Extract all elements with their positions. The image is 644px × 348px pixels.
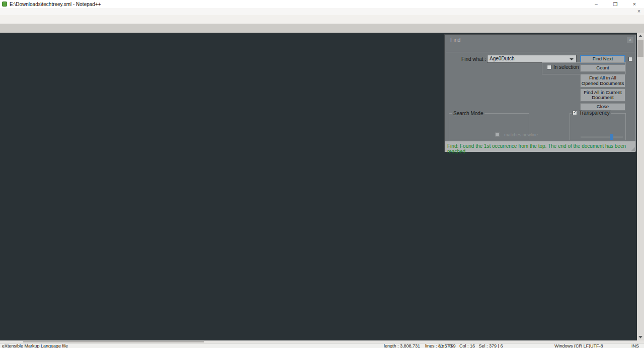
notepad-window: E:\Downloads\techtreey.xml - Notepad++ –… bbox=[0, 0, 644, 348]
find-dialog-close-icon[interactable]: x bbox=[627, 37, 633, 43]
status-doc-type: eXtensible Markup Language file bbox=[2, 343, 68, 348]
app-icon bbox=[2, 2, 7, 7]
close-document-icon[interactable]: × bbox=[636, 9, 642, 14]
resize-grip[interactable] bbox=[631, 147, 635, 151]
scroll-up-arrow[interactable] bbox=[637, 33, 644, 39]
transparency-option[interactable]: Transparency bbox=[572, 110, 611, 116]
find-dialog: Find x Find what : Age0Dutch Find Next I… bbox=[444, 34, 636, 152]
find-status-message: Find: Found the 1st occurrence from the … bbox=[447, 143, 635, 154]
count-button[interactable]: Count bbox=[580, 64, 625, 72]
status-bar: eXtensible Markup Language file length :… bbox=[0, 343, 644, 348]
close-button[interactable]: Close bbox=[580, 103, 625, 111]
find-status-strip: Find: Found the 1st occurrence from the … bbox=[445, 141, 635, 152]
find-all-current-button[interactable]: Find All in Current Document bbox=[580, 89, 625, 102]
transparency-slider[interactable] bbox=[581, 136, 623, 138]
matches-newline-checkbox[interactable] bbox=[495, 132, 500, 137]
status-cursor-position: Ln : 759 Col : 16 Sel : 379 | 6 bbox=[439, 343, 503, 348]
scroll-down-arrow[interactable] bbox=[637, 334, 644, 340]
toolbar bbox=[0, 15, 644, 24]
transparency-slider-thumb[interactable] bbox=[610, 134, 613, 140]
unlabeled-checkbox[interactable] bbox=[628, 57, 633, 61]
find-what-combobox[interactable]: Age0Dutch bbox=[487, 55, 577, 63]
window-title: E:\Downloads\techtreey.xml - Notepad++ bbox=[10, 2, 101, 7]
matches-newline-option: . matches newline bbox=[495, 132, 538, 137]
in-selection-option[interactable]: In selection bbox=[547, 64, 579, 70]
status-eol-format: Windows (CR LF) bbox=[554, 343, 590, 348]
in-selection-checkbox[interactable] bbox=[547, 65, 551, 69]
vertical-scrollbar[interactable] bbox=[637, 33, 644, 340]
tab-bar bbox=[0, 24, 644, 33]
transparency-checkbox[interactable] bbox=[573, 111, 577, 115]
find-what-value: Age0Dutch bbox=[490, 56, 514, 61]
find-all-opened-button[interactable]: Find All in All Opened Documents bbox=[580, 74, 625, 88]
status-encoding: UTF-8 bbox=[590, 343, 603, 348]
horizontal-scroll-thumb[interactable] bbox=[23, 341, 204, 342]
close-button[interactable]: × bbox=[625, 0, 644, 8]
title-bar: E:\Downloads\techtreey.xml - Notepad++ –… bbox=[0, 0, 644, 8]
menu-bar bbox=[0, 8, 644, 15]
restore-button[interactable]: ❐ bbox=[606, 0, 625, 8]
find-dialog-title: Find bbox=[450, 37, 460, 43]
status-insert-mode: INS bbox=[631, 343, 639, 348]
find-what-label: Find what : bbox=[447, 56, 486, 62]
vertical-scroll-thumb[interactable] bbox=[637, 40, 643, 57]
minimize-button[interactable]: – bbox=[587, 0, 606, 8]
chevron-down-icon[interactable] bbox=[570, 58, 574, 60]
